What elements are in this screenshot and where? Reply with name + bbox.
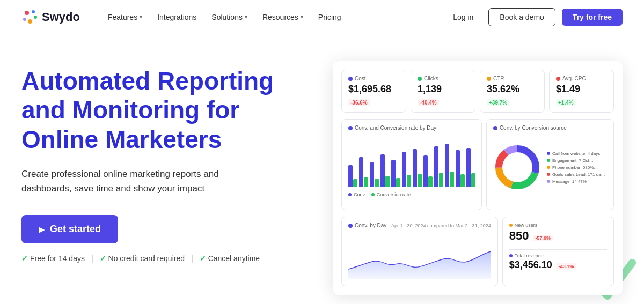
donut-chart-card: Conv. by Conversion source — [486, 119, 614, 210]
nav-resources[interactable]: Resources ▾ — [256, 9, 310, 26]
resources-chevron: ▾ — [301, 14, 303, 20]
dashboard-preview: Cost $1,695.68 -36.6% Clicks 1,139 -40.4… — [333, 61, 623, 295]
svg-point-0 — [25, 11, 29, 15]
solutions-chevron: ▾ — [245, 14, 247, 20]
perk-free: ✓ Free for 14 days — [21, 254, 85, 263]
book-demo-button[interactable]: Book a demo — [488, 8, 555, 26]
logo-text: Swydo — [42, 10, 80, 24]
hero-perks: ✓ Free for 14 days | ✓ No credit card re… — [21, 254, 301, 263]
area-chart-card: Conv. by Day Apr 1 - 30, 2024 compared t… — [341, 217, 498, 286]
donut-svg — [493, 143, 541, 191]
logo[interactable]: Swydo — [21, 9, 80, 26]
svg-point-4 — [23, 18, 26, 21]
kpi-row: Cost $1,695.68 -36.6% Clicks 1,139 -40.4… — [341, 70, 614, 113]
logo-icon — [21, 9, 39, 26]
nav-features[interactable]: Features ▾ — [101, 9, 149, 26]
features-chevron: ▾ — [140, 14, 142, 20]
stat-total-revenue: Total revenue $3,456.10 -43.1% — [509, 253, 607, 271]
separator-1: | — [91, 254, 93, 263]
svg-point-11 — [502, 152, 532, 182]
area-svg — [348, 234, 491, 279]
bar-chart — [348, 135, 475, 189]
bottom-row: Conv. by Day Apr 1 - 30, 2024 compared t… — [341, 217, 614, 286]
svg-point-3 — [28, 19, 32, 24]
get-started-button[interactable]: ▶ Get started — [21, 215, 118, 243]
nav-actions: Log in Book a demo Try for free — [444, 8, 623, 26]
nav-pricing[interactable]: Pricing — [312, 9, 348, 26]
stats-card: New users 850 -57.6% Total revenue — [502, 217, 614, 286]
perk-no-card: ✓ No credit card required — [100, 254, 185, 263]
check-icon-1: ✓ — [21, 254, 28, 263]
check-icon-2: ✓ — [100, 254, 106, 263]
svg-point-2 — [34, 16, 37, 19]
nav-links: Features ▾ Integrations Solutions ▾ Reso… — [101, 9, 444, 26]
nav-integrations[interactable]: Integrations — [151, 9, 203, 26]
donut-legend: Call from website: 4 days Engagement: 7 … — [547, 151, 605, 184]
kpi-cost: Cost $1,695.68 -36.6% — [341, 70, 406, 113]
charts-row: Conv. and Conversion rate by Day — [341, 119, 614, 210]
check-icon-3: ✓ — [200, 254, 206, 263]
stat-new-users: New users 850 -57.6% — [509, 223, 607, 243]
donut-container: Call from website: 4 days Engagement: 7 … — [493, 135, 607, 199]
hero-subtitle: Create professional online marketing rep… — [21, 167, 247, 196]
separator-2: | — [191, 254, 193, 263]
nav-solutions[interactable]: Solutions ▾ — [205, 9, 254, 26]
navigation: Swydo Features ▾ Integrations Solutions … — [0, 0, 644, 34]
try-free-button[interactable]: Try for free — [562, 9, 623, 26]
dashboard-widget: Cost $1,695.68 -36.6% Clicks 1,139 -40.4… — [333, 61, 623, 295]
hero-section: Automated Reporting and Monitoring for O… — [0, 34, 644, 304]
svg-point-1 — [32, 10, 35, 13]
kpi-ctr: CTR 35.62% +39.7% — [480, 70, 545, 113]
kpi-cpc: Avg. CPC $1.49 +1.4% — [549, 70, 614, 113]
perk-cancel: ✓ Cancel anytime — [200, 254, 260, 263]
play-icon: ▶ — [39, 225, 45, 234]
login-button[interactable]: Log in — [444, 9, 482, 26]
bar-chart-card: Conv. and Conversion rate by Day — [341, 119, 482, 210]
hero-content: Automated Reporting and Monitoring for O… — [21, 61, 301, 263]
hero-title: Automated Reporting and Monitoring for O… — [21, 66, 301, 154]
kpi-clicks: Clicks 1,139 -40.4% — [411, 70, 475, 113]
